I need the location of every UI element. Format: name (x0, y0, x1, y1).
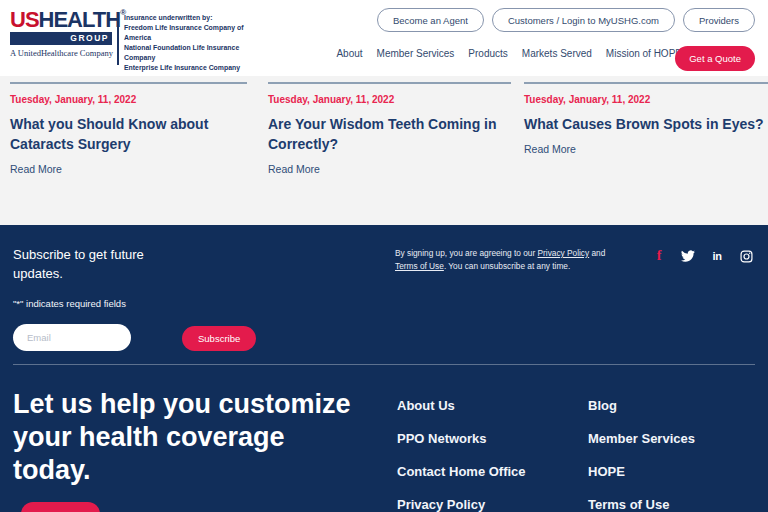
logo-health-text: HEALTH (39, 7, 121, 32)
legal-text: . You can unsubscribe at any time. (444, 261, 570, 271)
instagram-icon[interactable] (739, 249, 753, 263)
site-footer: Subscribe to get future updates. By sign… (0, 225, 768, 512)
article-card: Tuesday, January, 11, 2022 Are Your Wisd… (268, 82, 511, 175)
article-title-link[interactable]: What Causes Brown Spots in Eyes? (524, 114, 768, 134)
article-date: Tuesday, January, 11, 2022 (10, 94, 247, 105)
twitter-icon[interactable] (681, 249, 695, 263)
required-fields-note: "*" indicates required fields (13, 298, 126, 309)
cta-heading-line: Let us help you customize (13, 388, 351, 421)
read-more-link[interactable]: Read More (10, 163, 247, 175)
underwriter-company: Enterprise Life Insurance Company (124, 63, 252, 73)
providers-button[interactable]: Providers (683, 8, 755, 32)
subscribe-button[interactable]: Subscribe (182, 326, 256, 351)
article-date: Tuesday, January, 11, 2022 (268, 94, 511, 105)
underwriter-title: Insurance underwritten by: (124, 13, 252, 23)
article-card: Tuesday, January, 11, 2022 What Causes B… (524, 82, 768, 155)
main-navigation: About Member Services Products Markets S… (336, 46, 682, 60)
header-utility-buttons: Become an Agent Customers / Login to MyU… (377, 8, 755, 32)
footer-link-contact-home-office[interactable]: Contact Home Office (397, 464, 526, 479)
blog-articles-section: Tuesday, January, 11, 2022 What you Shou… (0, 76, 768, 225)
page: USHEALTH® GROUP A UnitedHealthcare Compa… (0, 0, 768, 512)
ushealth-group-logo[interactable]: USHEALTH® GROUP A UnitedHealthcare Compa… (10, 9, 112, 58)
logo-wordmark: USHEALTH® (10, 9, 112, 31)
footer-link-hope[interactable]: HOPE (588, 464, 695, 479)
article-date: Tuesday, January, 11, 2022 (524, 94, 768, 105)
customers-login-button[interactable]: Customers / Login to MyUSHG.com (492, 8, 675, 32)
footer-link-ppo-networks[interactable]: PPO Networks (397, 431, 526, 446)
footer-link-member-services[interactable]: Member Services (588, 431, 695, 446)
cta-heading-line: today. (13, 454, 351, 487)
footer-link-terms-of-use[interactable]: Terms of Use (588, 497, 695, 512)
logo-us-text: US (10, 7, 39, 32)
social-links: f in (652, 249, 753, 263)
logo-group-bar: GROUP (10, 32, 112, 45)
read-more-link[interactable]: Read More (524, 143, 768, 155)
footer-links-column-2: Blog Member Services HOPE Terms of Use (588, 398, 695, 512)
underwriter-company: Freedom Life Insurance Company of Americ… (124, 23, 252, 43)
read-more-link[interactable]: Read More (268, 163, 511, 175)
legal-text: By signing up, you are agreeing to our (395, 248, 538, 258)
article-card: Tuesday, January, 11, 2022 What you Shou… (10, 82, 247, 175)
nav-item-products[interactable]: Products (468, 48, 507, 59)
logo-divider (117, 12, 119, 65)
subscribe-heading: Subscribe to get future updates. (13, 246, 163, 284)
privacy-policy-link[interactable]: Privacy Policy (538, 248, 590, 258)
underwriter-company: National Foundation Life Insurance Compa… (124, 43, 252, 63)
logo-tagline: A UnitedHealthcare Company (10, 48, 112, 58)
footer-link-privacy-policy[interactable]: Privacy Policy (397, 497, 526, 512)
footer-links-column-1: About Us PPO Networks Contact Home Offic… (397, 398, 526, 512)
facebook-icon[interactable]: f (652, 249, 666, 263)
terms-of-use-link[interactable]: Terms of Use (395, 261, 444, 271)
footer-link-about-us[interactable]: About Us (397, 398, 526, 413)
cta-heading-line: your health coverage (13, 421, 351, 454)
cta-button-cutoff[interactable] (21, 502, 100, 512)
footer-link-blog[interactable]: Blog (588, 398, 695, 413)
nav-item-about[interactable]: About (336, 48, 362, 59)
email-input[interactable] (13, 324, 131, 351)
get-a-quote-button[interactable]: Get a Quote (675, 46, 755, 71)
cta-heading: Let us help you customize your health co… (13, 388, 351, 487)
article-title-link[interactable]: Are Your Wisdom Teeth Coming in Correctl… (268, 114, 511, 154)
site-header: USHEALTH® GROUP A UnitedHealthcare Compa… (0, 0, 768, 76)
linkedin-icon[interactable]: in (710, 249, 724, 263)
become-an-agent-button[interactable]: Become an Agent (377, 8, 484, 32)
nav-item-mission-of-hope[interactable]: Mission of HOPE (606, 48, 682, 59)
nav-item-member-services[interactable]: Member Services (377, 48, 455, 59)
underwriter-disclosure: Insurance underwritten by: Freedom Life … (124, 13, 252, 73)
footer-divider (13, 364, 755, 365)
subscribe-legal-text: By signing up, you are agreeing to our P… (395, 247, 609, 274)
legal-text: and (589, 248, 605, 258)
nav-item-markets-served[interactable]: Markets Served (522, 48, 592, 59)
article-title-link[interactable]: What you Should Know about Cataracts Sur… (10, 114, 247, 154)
